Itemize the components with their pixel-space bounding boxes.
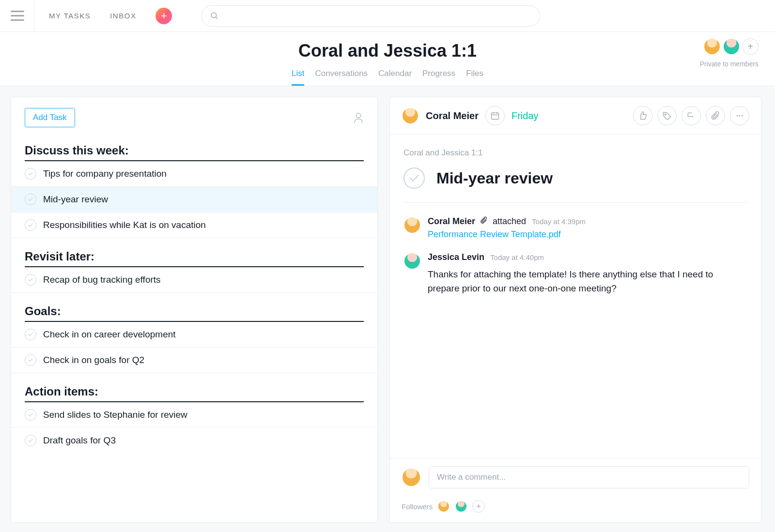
paperclip-icon [711,111,720,121]
story-verb: attached [493,216,526,227]
assignee-avatar[interactable] [402,107,419,124]
task-title: Recap of bug tracking efforts [43,274,161,285]
tab-files[interactable]: Files [466,69,483,86]
svg-point-8 [737,115,738,117]
task-check-icon[interactable] [25,329,36,340]
tab-conversations[interactable]: Conversations [315,69,368,86]
project-title: Coral and Jessica 1:1 [15,41,760,61]
nav-my-tasks[interactable]: MY TASKS [49,12,91,20]
task-check-icon[interactable] [25,435,36,446]
tab-calendar[interactable]: Calendar [378,69,412,86]
story-text: Thanks for attaching the template! Is th… [428,267,747,296]
member-avatars: + [700,38,759,55]
task-title: Mid-year review [43,194,108,205]
search-input[interactable] [224,12,531,20]
tabs: List Conversations Calendar Progress Fil… [15,69,760,86]
add-follower-button[interactable]: + [472,500,485,513]
project-header: Coral and Jessica 1:1 List Conversations… [0,32,775,86]
task-title: Check in on goals for Q2 [43,355,144,365]
task-check-icon[interactable] [25,168,36,180]
hamburger-menu-icon[interactable] [10,8,25,24]
section-title[interactable]: Revisit later: [11,238,377,266]
add-member-button[interactable]: + [742,38,759,55]
subtask-icon [686,111,696,121]
task-row[interactable]: Responsibilities while Kat is on vacatio… [11,213,377,238]
story: Jessica Levin Today at 4:40pmThanks for … [403,252,747,296]
task-check-icon[interactable] [25,219,36,231]
add-task-button[interactable]: Add Task [25,108,75,127]
tag-icon [662,111,672,121]
follower-avatar[interactable] [455,500,467,513]
nav-inbox[interactable]: INBOX [110,12,136,20]
complete-task-button[interactable] [403,167,425,189]
task-list-toolbar: Add Task [11,97,377,132]
story-author: Coral Meier [428,216,475,227]
subtask-button[interactable] [682,106,701,125]
svg-point-10 [742,115,743,117]
comment-avatar [402,468,421,487]
svg-point-0 [212,13,217,18]
like-button[interactable] [633,106,652,125]
due-date-label[interactable]: Friday [512,110,539,122]
quick-add-button[interactable]: + [155,8,172,24]
attach-button[interactable] [706,106,725,125]
task-title-row: Mid-year review [403,167,747,203]
avatar-coral[interactable] [703,38,721,55]
svg-point-9 [739,115,741,117]
followers-bar: Followers + [390,496,761,522]
avatar-jessica[interactable] [723,38,740,55]
more-icon [735,111,744,121]
more-button[interactable] [730,106,749,125]
task-title[interactable]: Mid-year review [436,169,553,187]
breadcrumb[interactable]: Coral and Jessica 1:1 [403,148,747,158]
task-row[interactable]: Draft goals for Q3 [11,428,377,453]
task-check-icon[interactable] [25,274,36,286]
section-title[interactable]: Goals: [11,293,377,321]
task-check-icon[interactable] [25,409,36,421]
thumbs-up-icon [638,111,648,121]
task-title: Draft goals for Q3 [43,435,116,446]
follower-avatar[interactable] [437,500,450,513]
task-detail-body: Coral and Jessica 1:1 Mid-year review Co… [390,135,761,458]
assignee-name[interactable]: Coral Meier [426,110,479,122]
story-avatar[interactable] [403,216,421,234]
search-icon [210,12,219,20]
task-row[interactable]: Check in on career development [11,322,377,348]
story-time: Today at 4:39pm [532,217,586,226]
tag-button[interactable] [657,106,677,125]
tab-progress[interactable]: Progress [422,69,455,86]
task-row[interactable]: Mid-year review [11,187,377,213]
story-avatar[interactable] [403,252,421,270]
task-row[interactable]: Tips for company presentation [11,161,377,187]
story: Coral Meier attachedToday at 4:39pmPerfo… [403,216,747,240]
task-check-icon[interactable] [25,194,36,205]
task-check-icon[interactable] [25,354,36,366]
task-row[interactable]: Check in on goals for Q2 [11,348,377,373]
comment-bar: Write a comment... [390,458,761,496]
task-title: Tips for company presentation [43,168,167,179]
divider [34,0,34,32]
task-row[interactable]: Recap of bug tracking efforts [11,267,377,293]
story-time: Today at 4:40pm [490,253,544,261]
search-input-wrap[interactable] [201,5,540,27]
task-title: Send slides to Stephanie for review [43,410,187,420]
followers-label: Followers [402,502,433,511]
section-title[interactable]: Action items: [11,373,377,401]
svg-rect-3 [491,113,498,119]
story-author: Jessica Levin [428,252,484,262]
assignee-filter-icon[interactable] [353,112,364,123]
topbar: MY TASKS INBOX + [0,0,775,32]
svg-point-7 [665,114,666,115]
comment-input[interactable]: Write a comment... [429,466,749,488]
plus-icon: + [161,10,167,22]
attachment-link[interactable]: Performance Review Template.pdf [428,229,561,240]
due-date-button[interactable] [485,106,505,125]
privacy-label: Private to members [700,60,759,68]
tab-list[interactable]: List [292,69,304,86]
task-detail-panel: Coral Meier Friday Coral and Jessica 1:1… [389,97,761,523]
task-title: Check in on career development [43,329,176,340]
section-title[interactable]: Discuss this week: [11,132,377,160]
task-list-panel: Add Task Discuss this week:Tips for comp… [11,97,378,523]
svg-point-2 [356,113,360,118]
task-row[interactable]: Send slides to Stephanie for review [11,402,377,428]
